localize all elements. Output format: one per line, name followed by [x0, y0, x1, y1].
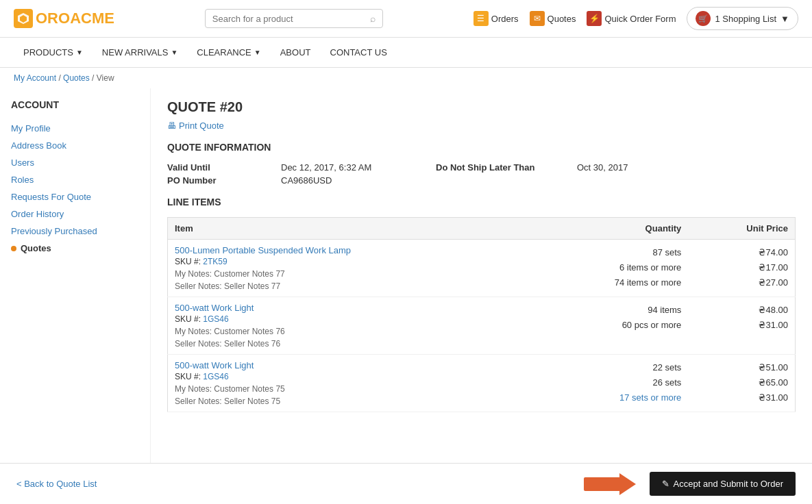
- col-quantity-header: Quantity: [533, 218, 688, 240]
- table-row: 500-watt Work Light SKU #: 1GS46 My Note…: [168, 297, 796, 355]
- nav-clearance[interactable]: CLEARANCE ▼: [187, 38, 270, 68]
- table-row: 500-watt Work Light SKU #: 1GS46 My Note…: [168, 355, 796, 412]
- line-items-table: Item Quantity Unit Price 500-Lumen Porta…: [167, 217, 796, 412]
- breadcrumb-quotes[interactable]: Quotes: [63, 73, 90, 83]
- logo-text: OROACME: [36, 10, 114, 27]
- orders-link[interactable]: ☰ Orders: [473, 11, 519, 26]
- sidebar-item-roles[interactable]: Roles: [7, 171, 143, 188]
- item-sku-link-1[interactable]: 2TK59: [203, 257, 227, 266]
- nav-new-arrivals[interactable]: NEW ARRIVALS ▼: [93, 38, 187, 68]
- item-name-1: 500-Lumen Portable Suspended Work Lamp: [175, 245, 526, 255]
- item-name-2: 500-watt Work Light: [175, 303, 526, 313]
- search-input[interactable]: [212, 14, 370, 24]
- breadcrumb-view: View: [97, 73, 114, 83]
- item-my-notes-1: My Notes: Customer Notes 77: [175, 269, 526, 279]
- footer-actions: < Back to Quote List ✎ Accept and Submit…: [0, 463, 812, 472]
- breadcrumb-my-account[interactable]: My Account: [14, 73, 56, 83]
- item-sku-2: SKU #: 1GS46: [175, 314, 526, 324]
- search-bar[interactable]: ⌕: [205, 9, 383, 28]
- line-items-section: LINE ITEMS Item Quantity Unit Price 500-…: [167, 197, 796, 412]
- breadcrumb-sep2: /: [92, 73, 97, 83]
- item-name-3: 500-watt Work Light: [175, 360, 526, 370]
- logo[interactable]: OROACME: [14, 9, 114, 28]
- shopping-list-chevron-icon: ▼: [780, 14, 789, 24]
- valid-until-value: Dec 12, 2017, 6:32 AM: [281, 162, 432, 173]
- shopping-list-label: 1 Shopping List: [715, 14, 776, 24]
- item-sku-3: SKU #: 1GS46: [175, 372, 526, 381]
- po-number-label: PO Number: [167, 175, 277, 186]
- quote-title: QUOTE #20: [167, 99, 796, 115]
- col-item-header: Item: [168, 218, 534, 240]
- top-header: OROACME ⌕ ☰ Orders ✉ Quotes ⚡ Quick Orde…: [0, 0, 812, 38]
- item-price-1: ₴74.00 ₴17.00 ₴27.00: [688, 240, 795, 297]
- item-qty-2: 94 items 60 pcs or more: [533, 297, 688, 355]
- orders-icon: ☰: [473, 11, 489, 26]
- content-area: QUOTE #20 🖶 Print Quote QUOTE INFORMATIO…: [151, 88, 812, 472]
- breadcrumb: My Account / Quotes / View: [0, 68, 812, 88]
- quick-order-link[interactable]: ⚡ Quick Order Form: [587, 11, 676, 26]
- item-price-3: ₴51.00 ₴65.00 ₴31.00: [688, 355, 795, 412]
- do-not-ship-value: Oct 30, 2017: [577, 162, 687, 173]
- quote-info-row2: PO Number CA9686USD: [167, 175, 796, 186]
- valid-until-label: Valid Until: [167, 162, 277, 173]
- active-indicator: [11, 246, 16, 251]
- do-not-ship-label: Do Not Ship Later Than: [436, 162, 573, 173]
- item-my-notes-2: My Notes: Customer Notes 76: [175, 327, 526, 336]
- col-unit-price-header: Unit Price: [688, 218, 795, 240]
- line-items-title: LINE ITEMS: [167, 197, 796, 210]
- nav-contact[interactable]: CONTACT US: [321, 38, 397, 68]
- quick-order-icon: ⚡: [587, 11, 602, 26]
- sidebar-item-previously-purchased[interactable]: Previously Purchased: [7, 223, 143, 240]
- sidebar-item-address-book[interactable]: Address Book: [7, 137, 143, 154]
- item-sku-link-3[interactable]: 1GS46: [203, 372, 228, 381]
- products-dropdown-icon: ▼: [76, 49, 83, 56]
- table-row: 500-Lumen Portable Suspended Work Lamp S…: [168, 240, 796, 297]
- po-number-value: CA9686USD: [281, 175, 432, 186]
- sidebar-item-users[interactable]: Users: [7, 154, 143, 171]
- item-sku-1: SKU #: 2TK59: [175, 257, 526, 266]
- quick-order-label: Quick Order Form: [604, 14, 676, 24]
- quotes-link[interactable]: ✉ Quotes: [530, 11, 576, 26]
- sidebar-item-my-profile[interactable]: My Profile: [7, 120, 143, 137]
- new-arrivals-dropdown-icon: ▼: [171, 49, 177, 56]
- quotes-icon: ✉: [530, 11, 545, 26]
- item-seller-notes-2: Seller Notes: Seller Notes 76: [175, 339, 526, 349]
- item-qty-1: 87 sets 6 items or more 74 items or more: [533, 240, 688, 297]
- item-seller-notes-1: Seller Notes: Seller Notes 77: [175, 281, 526, 291]
- item-name-link-3[interactable]: 500-watt Work Light: [175, 360, 254, 370]
- sidebar-item-order-history[interactable]: Order History: [7, 205, 143, 223]
- nav-products[interactable]: PRODUCTS ▼: [14, 38, 93, 68]
- search-icon: ⌕: [370, 13, 376, 24]
- logo-icon: [14, 9, 33, 28]
- quote-info: Valid Until Dec 12, 2017, 6:32 AM Do Not…: [167, 162, 796, 186]
- sidebar: ACCOUNT My Profile Address Book Users Ro…: [0, 88, 151, 472]
- sidebar-title: ACCOUNT: [7, 99, 143, 110]
- quotes-label: Quotes: [548, 14, 576, 24]
- orders-label: Orders: [491, 14, 519, 24]
- item-price-2: ₴48.00 ₴31.00: [688, 297, 795, 355]
- item-name-link-1[interactable]: 500-Lumen Portable Suspended Work Lamp: [175, 245, 351, 255]
- item-my-notes-3: My Notes: Customer Notes 75: [175, 384, 526, 394]
- sidebar-item-quotes[interactable]: Quotes: [7, 240, 143, 257]
- shopping-list-button[interactable]: 🛒 1 Shopping List ▼: [687, 7, 798, 30]
- nav-bar: PRODUCTS ▼ NEW ARRIVALS ▼ CLEARANCE ▼ AB…: [0, 38, 812, 68]
- item-name-link-2[interactable]: 500-watt Work Light: [175, 303, 254, 313]
- print-icon: 🖶: [167, 121, 176, 131]
- print-quote-button[interactable]: 🖶 Print Quote: [167, 121, 796, 131]
- quote-info-section-title: QUOTE INFORMATION: [167, 142, 796, 155]
- item-qty-3: 22 sets 26 sets 17 sets or more: [533, 355, 688, 412]
- clearance-dropdown-icon: ▼: [254, 49, 261, 56]
- shopping-list-icon: 🛒: [696, 11, 711, 26]
- header-actions: ☰ Orders ✉ Quotes ⚡ Quick Order Form 🛒 1…: [473, 7, 798, 30]
- nav-about[interactable]: ABOUT: [271, 38, 321, 68]
- main-content: ACCOUNT My Profile Address Book Users Ro…: [0, 88, 812, 472]
- sidebar-item-requests-for-quote[interactable]: Requests For Quote: [7, 188, 143, 205]
- item-seller-notes-3: Seller Notes: Seller Notes 75: [175, 396, 526, 406]
- item-sku-link-2[interactable]: 1GS46: [203, 314, 228, 324]
- quote-info-row1: Valid Until Dec 12, 2017, 6:32 AM Do Not…: [167, 162, 796, 173]
